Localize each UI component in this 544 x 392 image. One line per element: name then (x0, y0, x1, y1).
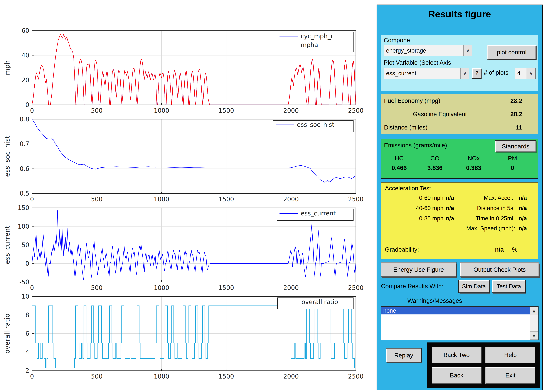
y-tick-label: 8 (25, 311, 29, 318)
num-plots-label: # of plots (484, 69, 508, 76)
y-tick-label: 20 (22, 77, 29, 84)
accel-40-60-value: n/a (446, 205, 454, 211)
x-tick-label: 0 (30, 284, 34, 291)
max-speed-value: n/a (519, 225, 527, 232)
test-data-button[interactable]: Test Data (492, 280, 525, 293)
fuel-economy-label: Fuel Economy (mpg) (384, 97, 440, 104)
sim-data-button[interactable]: Sim Data (459, 280, 489, 293)
emissions-header-pm: PM (495, 154, 530, 162)
panel-title: Results figure (377, 9, 542, 19)
output-check-plots-button[interactable]: Output Check Plots (460, 263, 539, 277)
plot-soc-history: 050010001500200025000.50.60.70.8ess_soc_… (1, 117, 365, 205)
help-question-button[interactable]: ? (472, 68, 481, 78)
y-tick-label: -50 (19, 279, 29, 286)
y-axis-label: ess_current (3, 226, 11, 264)
time-quarter-mile-label: Time in 0.25mi (466, 215, 513, 222)
back-two-button[interactable]: Back Two (432, 347, 481, 363)
accel-0-85-value: n/a (446, 215, 454, 222)
max-speed-label: Max. Speed (mph): (466, 225, 513, 232)
warnings-listbox[interactable]: none ∧ ∨ (381, 306, 538, 340)
emissions-value-hc: 0.466 (381, 162, 417, 171)
y-tick-label: 150 (18, 204, 29, 211)
accel-0-60-value: n/a (446, 195, 454, 201)
back-button[interactable]: Back (432, 367, 481, 384)
x-tick-label: 1000 (154, 107, 169, 114)
y-tick-label: 0.8 (20, 116, 29, 123)
num-plots-dropdown[interactable]: 4 ∨ (515, 68, 536, 79)
time-quarter-mile-value: n/a (519, 215, 527, 222)
component-dropdown-value: energy_storage (386, 47, 426, 54)
y-tick-label: 0 (25, 101, 29, 108)
x-tick-label: 1500 (219, 373, 234, 380)
distance-5s-value: n/a (519, 205, 527, 211)
y-tick-label: 10 (22, 293, 29, 300)
x-tick-label: 2000 (283, 107, 299, 114)
exit-button[interactable]: Exit (485, 367, 535, 384)
plot-ess-current: 05001000150020002500-50050100150ess_curr… (1, 205, 365, 294)
fuel-economy-row: Fuel Economy (mpg) 28.2 (384, 97, 535, 106)
x-tick-label: 2500 (348, 373, 364, 380)
x-tick-label: 0 (30, 107, 34, 114)
accel-0-85-label: 0-85 mph (384, 215, 443, 222)
plot-variable-label: Plot Variable (Select Axis (384, 59, 451, 66)
y-tick-label: 0.5 (20, 190, 29, 197)
y-tick-label: 2 (25, 367, 29, 374)
num-plots-dropdown-value: 4 (517, 70, 520, 77)
accel-row-3: 0-85 mph n/a Time in 0.25mi n/a (381, 215, 538, 224)
x-tick-label: 0 (30, 196, 34, 203)
gasoline-equivalent-row: Gasoline Equivalent 28.2 (384, 111, 535, 119)
y-axis-label: ess_soc_hist (3, 136, 11, 177)
legend-label: mpha (301, 41, 318, 48)
fuel-economy-section: Fuel Economy (mpg) 28.2 Gasoline Equival… (381, 94, 538, 134)
x-tick-label: 1500 (219, 284, 234, 291)
x-tick-label: 1500 (219, 107, 234, 114)
warnings-list-item[interactable]: none (381, 307, 530, 314)
emissions-value-nox: 0.383 (453, 162, 495, 171)
acceleration-section: Acceleration Test 0-60 mph n/a Max. Acce… (381, 182, 538, 259)
fuel-economy-value: 28.2 (510, 97, 522, 104)
advisor-results-window: 050010001500200025000204060mphcyc_mph_rm… (0, 0, 544, 392)
y-tick-label: 0 (25, 260, 29, 267)
x-tick-label: 2000 (283, 284, 299, 291)
acceleration-title: Acceleration Test (385, 185, 431, 192)
x-tick-label: 2500 (348, 107, 364, 114)
plot-control-button[interactable]: plot control (487, 45, 536, 59)
legend-label: cyc_mph_r (301, 33, 333, 40)
y-tick-label: 6 (25, 330, 29, 337)
x-tick-label: 1000 (154, 373, 169, 380)
y-tick-label: 0.6 (20, 165, 29, 172)
y-axis-label: mph (3, 60, 11, 75)
distance-value: 11 (516, 124, 522, 131)
gradeability-value: n/a (495, 246, 504, 253)
distance-row: Distance (miles) 11 (384, 124, 535, 133)
navigation-button-group: Back Two Help Back Exit (427, 342, 540, 388)
scroll-down-icon[interactable]: ∨ (530, 331, 538, 340)
compare-results-label: Compare Results With: (381, 283, 443, 290)
legend-label: ess_soc_hist (297, 121, 334, 128)
emissions-title: Emissions (grams/mile) (384, 142, 447, 149)
results-panel: Results figure Compone energy_storage ∨ … (377, 5, 543, 390)
gradeability-unit: % (512, 246, 517, 253)
plot-variable-dropdown[interactable]: ess_current ∨ (384, 68, 469, 79)
replay-button[interactable]: Replay (386, 349, 421, 362)
y-axis-label: overall ratio (3, 314, 11, 354)
chevron-down-icon[interactable]: ∨ (526, 68, 535, 79)
component-label: Compone (384, 37, 410, 44)
accel-row-4: Max. Speed (mph): n/a (381, 225, 538, 234)
plot-overall-ratio: 05001000150020002500246810overall ratioo… (1, 294, 365, 383)
standards-button[interactable]: Standards (495, 141, 536, 152)
help-button[interactable]: Help (485, 347, 535, 363)
legend-label: ess_current (301, 210, 336, 217)
accel-row-1: 0-60 mph n/a Max. Accel. n/a (381, 195, 538, 203)
y-tick-label: 60 (22, 27, 29, 34)
chevron-down-icon[interactable]: ∨ (460, 68, 469, 79)
emissions-header-nox: NOx (453, 154, 495, 162)
emissions-value-pm: 0 (495, 162, 530, 171)
x-tick-label: 2000 (283, 373, 299, 380)
x-tick-label: 500 (91, 196, 102, 203)
energy-use-figure-button[interactable]: Energy Use Figure (381, 263, 456, 277)
listbox-scrollbar[interactable]: ∧ ∨ (530, 307, 538, 340)
chevron-down-icon[interactable]: ∨ (463, 45, 472, 56)
component-dropdown[interactable]: energy_storage ∨ (384, 45, 473, 56)
scroll-up-icon[interactable]: ∧ (530, 307, 538, 315)
